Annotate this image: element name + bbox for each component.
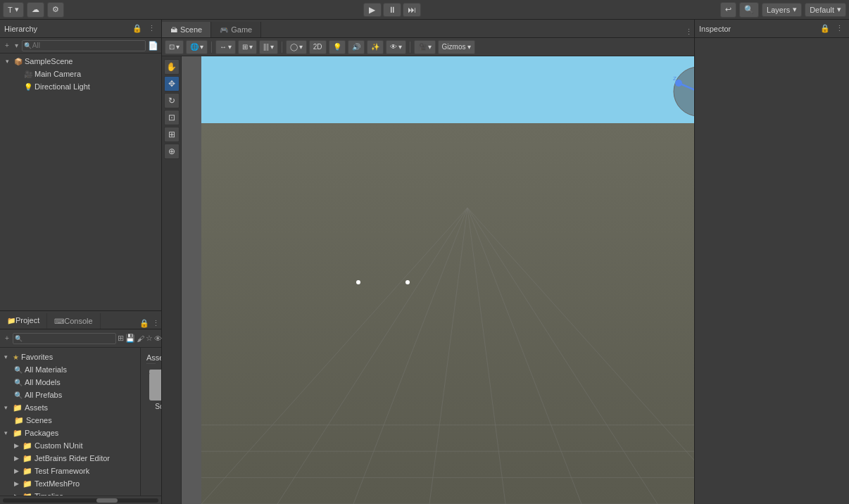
favorites-label: Favorites [21,353,53,361]
2d-btn[interactable]: 2D [309,40,327,54]
right-panel: Inspector 🔒 ⋮ [694,20,849,504]
pause-button[interactable]: ⏸ [383,3,401,17]
account-btn[interactable]: T ▾ [3,2,24,18]
hierarchy-scene-item[interactable]: ▾ 📦 SampleScene [0,55,161,68]
scene-expand-arrow: ▾ [6,58,14,65]
hierarchy-toolbar: + ▾ 🔍 📄 [0,38,161,53]
test-framework-arrow: ▶ [14,467,23,474]
packages-arrow: ▾ [4,429,13,436]
hierarchy-lock-icon[interactable]: 🔒 [132,23,143,34]
audio-icon: 🔊 [352,43,360,51]
scenes-label: Scenes [26,416,52,424]
search-btn[interactable]: 🔍 [739,2,759,18]
main-layout: Hierarchy 🔒 ⋮ + ▾ 🔍 📄 ▾ 📦 SampleScene [0,20,849,504]
undo-icon: ↩ [725,5,731,14]
hierarchy-menu-icon[interactable]: ⋮ [146,23,157,34]
transform-icon: ↔ [220,43,227,51]
game-tab[interactable]: 🎮 Game [211,22,261,37]
scene-menu-icon[interactable]: ⋮ [683,26,694,37]
project-add-btn[interactable]: + [3,334,11,342]
scene-tab[interactable]: 🏔 Scene [162,22,211,37]
draw-mode-arrow: ▾ [176,43,180,51]
collab-btn[interactable]: ⚙ [47,2,64,18]
scene-render-btn[interactable]: 🌐 ▾ [186,40,208,54]
transform-btn[interactable]: ↔ ▾ [215,40,236,54]
nunit-icon: 📁 [23,441,32,451]
step-button[interactable]: ⏭ [403,3,421,17]
default-label: Default [810,6,834,14]
hidden-btn[interactable]: 👁 ▾ [386,40,406,54]
scale-tool[interactable]: ⊡ [164,110,180,125]
camera-btn[interactable]: 🎥 ▾ [414,40,436,54]
visibility-icon: ||| [263,43,269,51]
project-menu-icon[interactable]: ⋮ [150,317,161,329]
scenes-tree-item[interactable]: 📁 Scenes [0,414,140,427]
project-save-icon[interactable]: 💾 [125,333,135,344]
timeline-item[interactable]: ▶ 📁 Timeline [0,490,140,496]
hierarchy-main-camera[interactable]: 🎥 Main Camera [0,68,161,80]
scene-tools: ✋ ✥ ↻ ⊡ ⊞ ⊕ [162,56,182,504]
hierarchy-directional-light[interactable]: 💡 Directional Light [0,80,161,93]
project-eye-icon[interactable]: 👁 [154,333,162,344]
hierarchy-tree-container: ▾ 📦 SampleScene 🎥 Main Camera 💡 Directio… [0,53,161,310]
project-search-input[interactable] [13,333,116,344]
sphere-btn[interactable]: ◯ ▾ [286,40,307,54]
layers-dropdown-arrow: ▾ [793,5,797,14]
project-star-icon[interactable]: ☆ [146,333,153,344]
console-tab[interactable]: ⌨ Console [47,313,100,329]
custom-nunit-item[interactable]: ▶ 📁 Custom NUnit [0,439,140,452]
light-btn[interactable]: 💡 [329,40,346,54]
gizmos-btn[interactable]: Gizmos ▾ [438,40,475,54]
project-grid-icon[interactable]: ⊞ [118,333,124,344]
jetbrains-item[interactable]: ▶ 📁 JetBrains Rider Editor [0,452,140,465]
fx-btn[interactable]: ✨ [367,40,384,54]
project-tab[interactable]: 📁 Project [0,313,47,329]
scene-view[interactable]: ✋ ✥ ↻ ⊡ ⊞ ⊕ [162,56,694,504]
favorites-item[interactable]: ▾ ★ Favorites [0,351,140,363]
game-tab-label: Game [231,25,252,34]
draw-mode-btn[interactable]: ⊡ ▾ [165,40,184,54]
custom-nunit-label: Custom NUnit [34,441,82,450]
scene-gizmo: X Y Z [670,63,694,120]
inspector-lock-icon[interactable]: 🔒 [819,23,831,34]
transform-tool[interactable]: ⊕ [164,144,180,159]
project-brush-icon[interactable]: 🖌 [137,333,144,344]
scrollbar-track[interactable] [3,498,158,503]
rotate-tool[interactable]: ↻ [164,93,180,108]
hierarchy-search-input[interactable] [22,40,146,51]
textmeshpro-item[interactable]: ▶ 📁 TextMeshPro [0,477,140,490]
textmeshpro-icon: 📁 [23,479,32,489]
move-tool[interactable]: ✥ [164,76,180,92]
svg-text:Z: Z [673,75,677,82]
visibility-btn[interactable]: ||| ▾ [259,40,278,54]
all-prefabs-item[interactable]: 🔍 All Prefabs [0,389,140,401]
inspector-menu-icon[interactable]: ⋮ [834,23,845,34]
all-models-item[interactable]: 🔍 All Models [0,376,140,389]
play-button[interactable]: ▶ [363,3,382,17]
scene-render-arrow: ▾ [200,43,203,51]
svg-line-6 [353,208,467,504]
assets-tree-item[interactable]: ▾ 📁 Assets [0,401,140,414]
scene-background: X Y Z < Persp 🔒 [201,56,694,504]
hierarchy-dropdown-btn[interactable]: ▾ [13,42,20,49]
scenes-asset-item[interactable]: Scenes [146,370,161,413]
cloud-btn[interactable]: ☁ [27,2,44,18]
account-dropdown-icon: ▾ [15,5,19,14]
all-materials-item[interactable]: 🔍 All Materials [0,363,140,376]
layers-dropdown[interactable]: Layers ▾ [762,3,802,17]
audio-btn[interactable]: 🔊 [348,40,365,54]
project-lock-icon[interactable]: 🔒 [139,317,150,329]
default-dropdown[interactable]: Default ▾ [805,3,846,17]
undo-btn[interactable]: ↩ [720,2,736,18]
hand-tool[interactable]: ✋ [164,59,180,75]
test-framework-item[interactable]: ▶ 📁 Test Framework [0,465,140,477]
scrollbar-thumb[interactable] [96,498,118,503]
hierarchy-scene-icon[interactable]: 📄 [147,40,158,51]
scenes-asset-label: Scenes [155,403,161,410]
hierarchy-add-btn[interactable]: + [3,42,11,49]
rect-tool[interactable]: ⊞ [164,127,180,142]
grid-snap-btn[interactable]: ⊞ ▾ [238,40,257,54]
scenes-folder-icon: 📁 [14,416,24,425]
game-tab-icon: 🎮 [220,26,228,34]
packages-tree-item[interactable]: ▾ 📁 Packages [0,427,140,439]
